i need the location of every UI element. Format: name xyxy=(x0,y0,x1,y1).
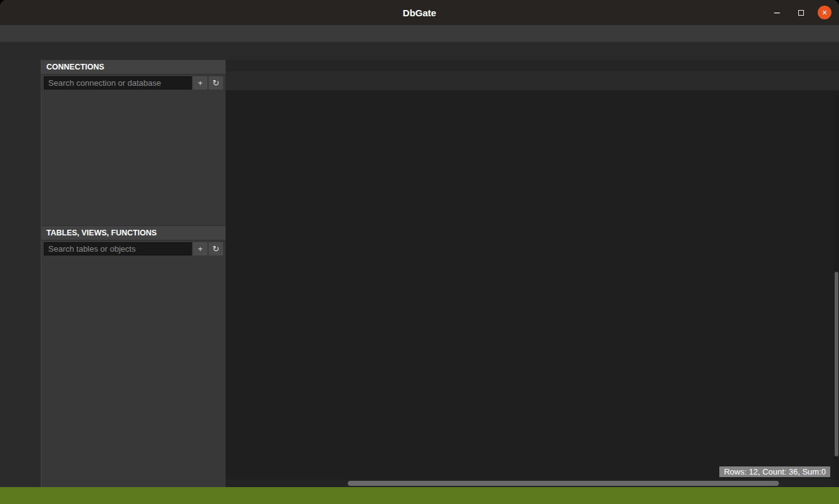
connections-refresh-button[interactable]: ↻ xyxy=(209,76,223,90)
toolbar xyxy=(0,42,839,59)
vertical-scrollbar-thumb[interactable] xyxy=(835,272,838,456)
horizontal-scrollbar[interactable] xyxy=(226,480,834,487)
maximize-icon xyxy=(798,10,804,16)
add-connection-plus-button[interactable]: + xyxy=(193,76,207,90)
menubar xyxy=(0,25,839,42)
connections-search-input[interactable] xyxy=(44,76,192,90)
maximize-button[interactable] xyxy=(794,6,808,19)
left-rail xyxy=(0,59,41,487)
connections-search-row: + ↻ xyxy=(41,75,226,91)
tables-panel-header[interactable]: TABLES, VIEWS, FUNCTIONS xyxy=(41,225,226,240)
tables-tree xyxy=(41,257,226,487)
sidebar: CONNECTIONS + ↻ TABLES, VIEWS, FUNCTIONS… xyxy=(41,59,226,487)
tables-add-button[interactable]: + xyxy=(193,242,207,255)
window-title: DbGate xyxy=(0,8,839,18)
data-grid: Rows: 12, Count: 36, Sum:0 xyxy=(226,90,839,487)
window-controls: – × xyxy=(770,6,839,19)
statusbar xyxy=(0,487,839,504)
tables-search-input[interactable] xyxy=(44,242,192,255)
content-area: Rows: 12, Count: 36, Sum:0 xyxy=(226,59,839,487)
tables-refresh-button[interactable]: ↻ xyxy=(209,242,223,255)
tables-search-row: + ↻ xyxy=(41,240,226,257)
selection-stats-overlay: Rows: 12, Count: 36, Sum:0 xyxy=(719,466,830,477)
close-button[interactable]: × xyxy=(818,6,831,19)
minimize-button[interactable]: – xyxy=(770,6,784,19)
horizontal-scrollbar-thumb[interactable] xyxy=(348,481,779,486)
connections-panel-header[interactable]: CONNECTIONS xyxy=(41,59,226,75)
tab-row xyxy=(226,71,839,90)
connections-list xyxy=(41,91,226,225)
vertical-scrollbar[interactable] xyxy=(834,95,839,480)
dbgate-window: DbGate – × CONNECTIONS + ↻ TABLES, VIEWS… xyxy=(0,0,839,504)
titlebar: DbGate – × xyxy=(0,0,839,25)
tables-panel-title: TABLES, VIEWS, FUNCTIONS xyxy=(46,229,157,237)
connections-panel-title: CONNECTIONS xyxy=(46,63,104,71)
database-group-row xyxy=(226,59,839,71)
main-area: CONNECTIONS + ↻ TABLES, VIEWS, FUNCTIONS… xyxy=(0,59,839,487)
